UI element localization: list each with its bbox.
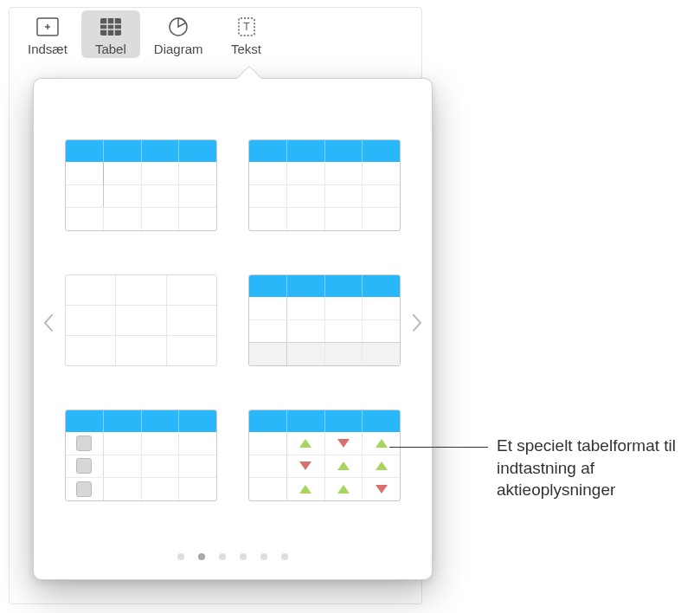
chart-icon	[159, 14, 197, 40]
table-style-blue-header-stock[interactable]	[248, 410, 401, 501]
page-dot-4[interactable]	[240, 553, 247, 560]
table-style-blue-header-footer[interactable]	[248, 274, 401, 366]
table-label: Tabel	[95, 42, 126, 56]
stock-up-icon	[376, 461, 388, 470]
svg-text:T: T	[243, 21, 250, 33]
callout-line	[389, 447, 488, 448]
table-button[interactable]: Tabel	[81, 10, 140, 58]
toolbar: Indsæt Tabel Diagram T Tekst	[17, 10, 276, 58]
page-dot-2[interactable]	[198, 553, 205, 560]
checkbox-icon	[76, 481, 92, 497]
stock-down-icon	[376, 485, 388, 494]
page-indicator	[177, 553, 288, 560]
chart-label: Diagram	[154, 42, 203, 56]
insert-button[interactable]: Indsæt	[17, 10, 78, 58]
page-dot-6[interactable]	[281, 553, 288, 560]
text-icon: T	[228, 14, 266, 40]
callout-text: Et specielt tabelformat til indtastning …	[497, 435, 696, 501]
stock-down-icon	[299, 461, 311, 470]
table-icon	[92, 14, 130, 40]
checkbox-icon	[76, 458, 92, 474]
table-style-no-header-plain[interactable]	[65, 274, 217, 366]
checkbox-icon	[76, 436, 92, 451]
table-style-grid	[65, 128, 401, 513]
table-styles-popover	[33, 78, 433, 580]
stock-up-icon	[337, 485, 350, 494]
insert-icon	[29, 14, 67, 40]
stock-down-icon	[337, 439, 350, 448]
table-style-blue-header-checklist[interactable]	[65, 410, 217, 501]
page-dot-5[interactable]	[260, 553, 267, 560]
chart-button[interactable]: Diagram	[144, 10, 214, 58]
prev-page-button[interactable]	[39, 302, 58, 347]
text-button[interactable]: T Tekst	[217, 10, 276, 58]
table-style-blue-header-rowheader[interactable]	[65, 139, 217, 231]
svg-rect-3	[100, 18, 121, 35]
stock-up-icon	[299, 485, 311, 494]
stock-up-icon	[376, 439, 388, 448]
insert-label: Indsæt	[28, 42, 67, 56]
next-page-button[interactable]	[408, 302, 427, 347]
stock-up-icon	[337, 461, 350, 470]
text-label: Tekst	[231, 42, 261, 56]
page-dot-3[interactable]	[219, 553, 226, 560]
stock-up-icon	[299, 439, 311, 448]
page-dot-1[interactable]	[177, 553, 184, 560]
table-style-blue-header-simple[interactable]	[248, 139, 401, 231]
